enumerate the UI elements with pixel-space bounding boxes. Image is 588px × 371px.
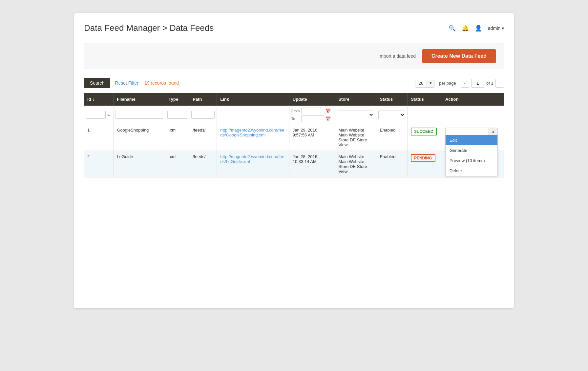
of-label: of 1: [486, 81, 494, 86]
reset-filter-link[interactable]: Reset Filter: [115, 80, 138, 86]
filter-type-cell: [165, 106, 189, 124]
filter-filename-input[interactable]: [116, 111, 163, 119]
row2-store: Main Website Main Website Store DE Store…: [335, 151, 376, 177]
action-dropdown-1: Edit Generate Preview (10 items) Delete: [445, 135, 498, 176]
row1-action: ▲ Edit Generate Preview (10 items) Delet…: [442, 124, 504, 151]
search-button[interactable]: Search: [84, 78, 110, 88]
filter-path-cell: [189, 106, 217, 124]
action-select-box-1[interactable]: ▲: [445, 128, 498, 135]
admin-menu[interactable]: admin ▾: [488, 26, 504, 31]
filter-filename-cell: [114, 106, 165, 124]
filter-date-from-input[interactable]: [301, 108, 324, 114]
page-number-input[interactable]: [471, 79, 484, 88]
row2-path: /feeds/: [189, 151, 217, 177]
table-filter-row: ⇅ From �: [84, 106, 504, 124]
action-item-preview[interactable]: Preview (10 items): [446, 155, 497, 166]
row1-update: Jan 29, 2016, 9:57:56 AM: [289, 124, 335, 151]
row1-store: Main Website Main Website Store DE Store…: [335, 124, 376, 151]
page-title: Data Feed Manager > Data Feeds: [84, 23, 214, 33]
filter-path-input[interactable]: [191, 111, 215, 119]
top-header: Data Feed Manager > Data Feeds 🔍 🔔 👤 adm…: [84, 23, 504, 33]
row1-type: .xml: [165, 124, 189, 151]
col-header-filename: Filename: [114, 93, 165, 106]
filter-store-cell: [335, 106, 376, 124]
row1-path: /feeds/: [189, 124, 217, 151]
pagination-area: 20 ▼ per page ‹ of 1 ›: [415, 79, 504, 88]
import-link[interactable]: Import a data feed: [378, 53, 416, 59]
col-header-status2: Status: [407, 93, 442, 106]
to-label: To: [291, 117, 300, 121]
col-header-link: Link: [217, 93, 289, 106]
filter-id-input[interactable]: [86, 111, 106, 119]
filter-action-cell: [442, 106, 504, 124]
header-icons: 🔍 🔔 👤 admin ▾: [449, 25, 504, 32]
action-wrap-1: ▲ Edit Generate Preview (10 items) Delet…: [445, 128, 501, 135]
from-label: From: [291, 109, 300, 113]
row1-filename: GoogleShopping: [114, 124, 165, 151]
table-header-row: Id ↓ Filename Type Path Link Update Stor…: [84, 93, 504, 106]
calendar-to-icon[interactable]: 📅: [326, 116, 331, 121]
main-card: Data Feed Manager > Data Feeds 🔍 🔔 👤 adm…: [74, 13, 514, 308]
action-item-generate[interactable]: Generate: [446, 145, 497, 155]
filter-link-cell: [217, 106, 289, 124]
filter-status2-cell: [407, 106, 442, 124]
col-header-status1: Status: [376, 93, 408, 106]
action-select-value-1: [446, 128, 489, 135]
row2-id: 2: [84, 151, 114, 177]
col-header-store: Store: [335, 93, 376, 106]
per-page-label: per page: [439, 81, 456, 86]
col-header-update: Update: [289, 93, 335, 106]
records-found: 19 records found: [144, 80, 179, 86]
action-select-arrow-1[interactable]: ▲: [489, 128, 497, 135]
toolbar-bar: Import a data feed Create New Data Feed: [84, 43, 504, 69]
col-header-action: Action: [442, 93, 504, 106]
filter-store-select[interactable]: [337, 111, 374, 119]
status-badge-succeed: SUCCEED: [411, 128, 437, 135]
create-new-data-feed-button[interactable]: Create New Data Feed: [422, 49, 496, 63]
row2-update: Jan 28, 2016, 10:33:14 AM: [289, 151, 335, 177]
next-page-button[interactable]: ›: [495, 79, 504, 88]
col-header-path: Path: [189, 93, 217, 106]
filter-status1-select[interactable]: [378, 111, 405, 119]
filter-bar: Search Reset Filter 19 records found 20 …: [84, 78, 504, 88]
filter-id-cell: ⇅: [84, 106, 114, 124]
per-page-select[interactable]: 20 ▼: [415, 79, 434, 88]
row1-link-anchor[interactable]: http://magento2.wyomind.com/feeds/Google…: [220, 128, 284, 137]
row2-link-anchor[interactable]: http://magento2.wyomind.com/feeds/LeGuid…: [220, 154, 284, 164]
action-item-delete[interactable]: Delete: [446, 166, 497, 176]
calendar-from-icon[interactable]: 📅: [326, 109, 331, 113]
filter-date-to-input[interactable]: [301, 115, 324, 122]
user-icon[interactable]: 👤: [475, 25, 482, 32]
row2-type: .xml: [165, 151, 189, 177]
search-icon[interactable]: 🔍: [449, 25, 456, 32]
col-header-type: Type: [165, 93, 189, 106]
row1-status1: Enabled: [376, 124, 408, 151]
col-header-id: Id ↓: [84, 93, 114, 106]
filter-update-cell: From 📅 To 📅: [289, 106, 335, 124]
data-table: Id ↓ Filename Type Path Link Update Stor…: [84, 93, 504, 177]
table-row: 2 LeGuide .xml /feeds/ http://magento2.w…: [84, 151, 504, 177]
per-page-value: 20: [415, 79, 427, 87]
row1-status2: SUCCEED: [407, 124, 442, 151]
prev-page-button[interactable]: ‹: [461, 79, 469, 88]
action-item-edit[interactable]: Edit: [446, 135, 497, 145]
sort-icon[interactable]: ⇅: [107, 113, 110, 117]
row2-status1: Enabled: [376, 151, 408, 177]
row1-id: 1: [84, 124, 114, 151]
row2-status2: PENDING: [407, 151, 442, 177]
status-badge-pending: PENDING: [411, 154, 435, 162]
row1-link: http://magento2.wyomind.com/feeds/Google…: [217, 124, 289, 151]
row2-link: http://magento2.wyomind.com/feeds/LeGuid…: [217, 151, 289, 177]
per-page-arrow[interactable]: ▼: [427, 80, 434, 87]
table-row: 1 GoogleShopping .xml /feeds/ http://mag…: [84, 124, 504, 151]
row2-filename: LeGuide: [114, 151, 165, 177]
filter-type-input[interactable]: [167, 111, 187, 119]
filter-status1-cell: [376, 106, 408, 124]
bell-icon[interactable]: 🔔: [462, 25, 469, 32]
